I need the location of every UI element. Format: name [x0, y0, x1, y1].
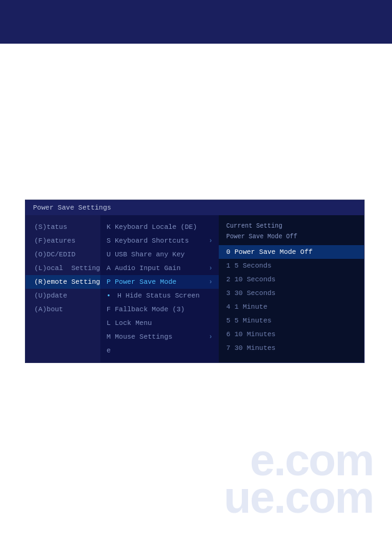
- right-item-3[interactable]: 3 30 Seconds: [219, 286, 364, 300]
- left-item-remote[interactable]: (R)emote Settings: [26, 275, 100, 289]
- mid-item-label: K Keyboard Locale (DE): [107, 223, 197, 231]
- mid-item-mouse[interactable]: M Mouse Settings ›: [100, 330, 219, 344]
- top-bar: [0, 0, 392, 44]
- mid-item-hide-status[interactable]: • H Hide Status Screen: [100, 289, 219, 303]
- right-item-4[interactable]: 4 1 Minute: [219, 300, 364, 314]
- arrow-icon: ›: [209, 279, 213, 286]
- watermark-line2: ue.com: [224, 475, 373, 520]
- mid-item-label: S Keyboard Shortcuts: [107, 237, 189, 245]
- mid-item-label: P Power Save Mode: [107, 278, 176, 286]
- right-column: Current Setting Power Save Mode Off 0 Po…: [219, 215, 364, 362]
- mid-item-shortcuts[interactable]: S Keyboard Shortcuts ›: [100, 234, 219, 248]
- arrow-icon: ›: [209, 265, 213, 272]
- menu-body: (S)tatus (F)eatures (O)DC/EDID (L)ocal S…: [26, 215, 364, 362]
- right-item-5[interactable]: 5 5 Minutes: [219, 314, 364, 327]
- right-item-0[interactable]: 0 Power Save Mode Off: [219, 245, 364, 259]
- mid-item-label: • H Hide Status Screen: [107, 292, 199, 299]
- watermark-line1: e.com: [250, 437, 373, 482]
- mid-item-fallback[interactable]: F Fallback Mode (3): [100, 303, 219, 316]
- middle-column: K Keyboard Locale (DE) S Keyboard Shortc…: [100, 215, 219, 362]
- left-item-update[interactable]: (U)pdate: [26, 289, 100, 303]
- left-column: (S)tatus (F)eatures (O)DC/EDID (L)ocal S…: [26, 215, 100, 362]
- left-item-local[interactable]: (L)ocal Settings: [26, 261, 100, 275]
- arrow-icon: ›: [209, 238, 213, 245]
- current-setting-label: Current Setting: [219, 220, 364, 232]
- current-setting-value: Power Save Mode Off: [219, 232, 364, 245]
- mid-item-e[interactable]: e: [100, 344, 219, 357]
- left-item-odc[interactable]: (O)DC/EDID: [26, 248, 100, 261]
- left-item-status[interactable]: (S)tatus: [26, 220, 100, 234]
- right-item-2[interactable]: 2 10 Seconds: [219, 273, 364, 286]
- mid-item-label: F Fallback Mode (3): [107, 306, 184, 313]
- mid-item-label: A Audio Input Gain: [107, 264, 181, 272]
- right-item-1[interactable]: 1 5 Seconds: [219, 259, 364, 273]
- left-item-features[interactable]: (F)eatures: [26, 234, 100, 248]
- mid-item-power-save[interactable]: P Power Save Mode ›: [100, 275, 219, 289]
- menu-container: Power Save Settings (S)tatus (F)eatures …: [25, 200, 365, 363]
- mid-item-keyboard-locale[interactable]: K Keyboard Locale (DE): [100, 220, 219, 234]
- right-item-7[interactable]: 7 30 Minutes: [219, 341, 364, 355]
- arrow-icon: ›: [209, 334, 213, 341]
- mid-item-lock[interactable]: L Lock Menu: [100, 316, 219, 330]
- mid-item-label: e: [107, 347, 111, 354]
- menu-title: Power Save Settings: [26, 200, 364, 215]
- mid-item-usb[interactable]: U USB Share any Key: [100, 248, 219, 261]
- left-item-about[interactable]: (A)bout: [26, 303, 100, 316]
- page-background: e.com ue.com Power Save Settings (S)tatu…: [0, 44, 392, 557]
- mid-item-label: U USB Share any Key: [107, 251, 184, 258]
- right-item-6[interactable]: 6 10 Minutes: [219, 327, 364, 341]
- mid-item-audio[interactable]: A Audio Input Gain ›: [100, 261, 219, 275]
- mid-item-label: M Mouse Settings: [107, 333, 173, 341]
- mid-item-label: L Lock Menu: [107, 319, 152, 327]
